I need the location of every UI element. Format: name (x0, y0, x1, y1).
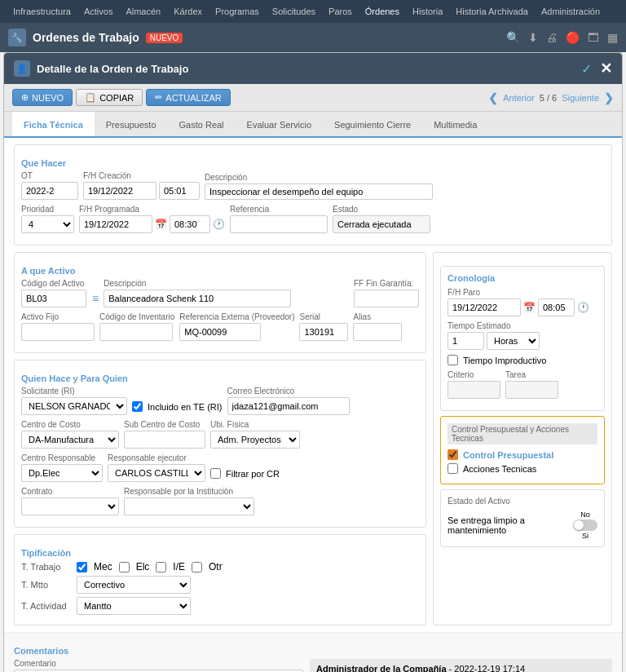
costo-field: Centro de Costo DA-Manufactura (21, 420, 119, 449)
fh-creacion-input[interactable] (83, 182, 156, 200)
window-icon[interactable]: 🗔 (588, 31, 599, 44)
acciones-tecnicas-checkbox[interactable] (447, 463, 458, 474)
next-button[interactable]: ❯ (604, 91, 614, 104)
t-actividad-select[interactable]: Mantto (77, 597, 191, 615)
nav-programas[interactable]: Programas (209, 7, 266, 16)
descripcion-activo-input[interactable] (104, 290, 291, 307)
nav-ordenes[interactable]: Órdenes (359, 7, 406, 16)
grid-icon[interactable]: ▦ (607, 31, 618, 44)
calendar-icon[interactable]: 📅 (155, 219, 167, 230)
tab-ficha-tecnica[interactable]: Ficha Técnica (12, 112, 95, 138)
nav-paros[interactable]: Paros (322, 7, 359, 16)
codigo-activo-input[interactable] (21, 290, 86, 307)
resp-institucion-select[interactable] (124, 497, 254, 515)
tab-gasto-real[interactable]: Gasto Real (168, 112, 236, 136)
next-label[interactable]: Siguiente (562, 93, 599, 103)
resp-institucion-label: Responsable por la Institución (124, 487, 254, 496)
descripcion-input[interactable] (205, 183, 433, 200)
filtrar-cr-checkbox[interactable] (210, 468, 221, 479)
prev-label[interactable]: Anterior (503, 93, 535, 103)
incluido-checkbox[interactable] (132, 401, 143, 412)
toggle-container[interactable]: No Si (573, 511, 597, 540)
filter-icon[interactable]: ≡ (92, 292, 99, 305)
nav-activos[interactable]: Activos (77, 7, 119, 16)
nav-infraestructura[interactable]: Infraestructura (7, 7, 77, 16)
search-icon[interactable]: 🔍 (506, 31, 520, 44)
close-button[interactable]: ✕ (600, 60, 612, 77)
nav-almacen[interactable]: Almacén (119, 7, 167, 16)
correo-input[interactable] (227, 397, 350, 415)
incluido-field: Incluido en TE (RI) (132, 401, 223, 412)
check-icon[interactable]: ✓ (581, 61, 592, 77)
comment-row: Comentario Administrador de la Compañía … (14, 659, 612, 672)
hora-prog-input[interactable] (170, 215, 210, 233)
tab-presupuesto[interactable]: Presupuesto (95, 112, 168, 136)
tab-seguimiento-cierre[interactable]: Seguimiento Cierre (323, 112, 422, 136)
notification-icon[interactable]: 🔴 (566, 31, 580, 44)
referencia-input[interactable] (230, 215, 328, 233)
cronologia-section: Cronología F/H Paro 📅 🕐 Tiempo Estimado (440, 266, 605, 411)
centro-resp-select[interactable]: Dp.Elec (21, 464, 103, 482)
resp-ejecutor-select[interactable]: CARLOS CASTILLO (108, 464, 205, 482)
clock-icon[interactable]: 🕐 (213, 219, 225, 230)
toggle-knob (574, 520, 584, 530)
ubi-fisica-select[interactable]: Adm. Proyectos (210, 431, 300, 449)
control-presupuestal-checkbox[interactable] (447, 449, 458, 460)
nav-kardex[interactable]: Kárdex (167, 7, 209, 16)
fh-paro-input[interactable] (447, 298, 521, 316)
tab-multimedia[interactable]: Multimedia (422, 112, 488, 136)
codigo-inventario-input[interactable] (99, 323, 173, 341)
download-icon[interactable]: ⬇ (528, 31, 538, 44)
activo-fijo-input[interactable] (21, 323, 95, 341)
elc-label: Elc (136, 561, 150, 573)
form-content: Que Hacer OT F/H Creación Descripción (4, 138, 622, 632)
criterio-field: Criterio (447, 370, 500, 399)
prioridad-select[interactable]: 4 (21, 215, 74, 233)
estado-field: Estado (333, 205, 430, 233)
print-icon[interactable]: 🖨 (546, 31, 558, 44)
otr-checkbox[interactable] (192, 562, 202, 573)
tipificacion-section: Tipificación T. Trabajo Mec Elc I/E Otr … (14, 534, 426, 626)
fh-programada-input[interactable] (79, 215, 152, 233)
horas-select[interactable]: Horas (487, 332, 540, 350)
si-label: Si (582, 532, 589, 540)
elc-checkbox[interactable] (119, 562, 130, 573)
costo-select[interactable]: DA-Manufactura (21, 431, 119, 449)
nav-historia[interactable]: Historia (406, 7, 449, 16)
sub-costo-input[interactable] (124, 431, 205, 449)
contrato-select[interactable] (21, 497, 119, 515)
t-actividad-row: T. Actividad Mantto (21, 597, 419, 615)
prev-button[interactable]: ❮ (488, 91, 498, 104)
activo-title: A que Activo (21, 266, 419, 276)
nuevo-button[interactable]: ⊕ NUEVO (12, 89, 73, 106)
tiempo-est-input[interactable] (447, 332, 484, 350)
toggle-switch[interactable] (573, 519, 597, 531)
solicitante-select[interactable]: NELSON GRANADOS (21, 397, 127, 415)
actualizar-button[interactable]: ✏ ACTUALIZAR (146, 89, 230, 106)
hora-paro-clock-icon[interactable]: 🕐 (577, 302, 589, 313)
hora-creacion-input[interactable] (159, 182, 200, 200)
serial-input[interactable] (299, 323, 348, 341)
ref-externa-input[interactable] (179, 323, 261, 341)
nav-historia-archivada[interactable]: Historia Archivada (449, 7, 535, 16)
filtrar-cr-field: Filtrar por CR (210, 468, 280, 479)
ot-input[interactable] (21, 182, 78, 200)
alias-input[interactable] (353, 323, 402, 341)
hora-paro-input[interactable] (538, 298, 575, 316)
nav-administracion[interactable]: Administración (535, 7, 606, 16)
t-mtto-select[interactable]: Correctivo (77, 576, 191, 594)
right-column: Cronología F/H Paro 📅 🕐 Tiempo Estimado (433, 252, 612, 626)
filtrar-cr-label: Filtrar por CR (226, 469, 280, 479)
t-trabajo-label: T. Trabajo (21, 562, 70, 572)
ff-garantia-input[interactable] (354, 290, 419, 307)
tab-evaluar-servicio[interactable]: Evaluar Servicio (236, 112, 323, 136)
fh-paro-calendar-icon[interactable]: 📅 (523, 302, 536, 313)
resp-institucion-field: Responsable por la Institución (124, 487, 254, 515)
ie-checkbox[interactable] (156, 562, 166, 573)
nav-solicitudes[interactable]: Solicitudes (266, 7, 322, 16)
activo-section: A que Activo Código del Activo ≡ Descrip… (14, 252, 426, 353)
activo-row2: Activo Fijo Código de Inventario Referen… (21, 312, 419, 341)
tiempo-imp-checkbox[interactable] (447, 355, 458, 365)
copiar-button[interactable]: 📋 COPIAR (76, 89, 143, 106)
mec-checkbox[interactable] (77, 562, 87, 573)
